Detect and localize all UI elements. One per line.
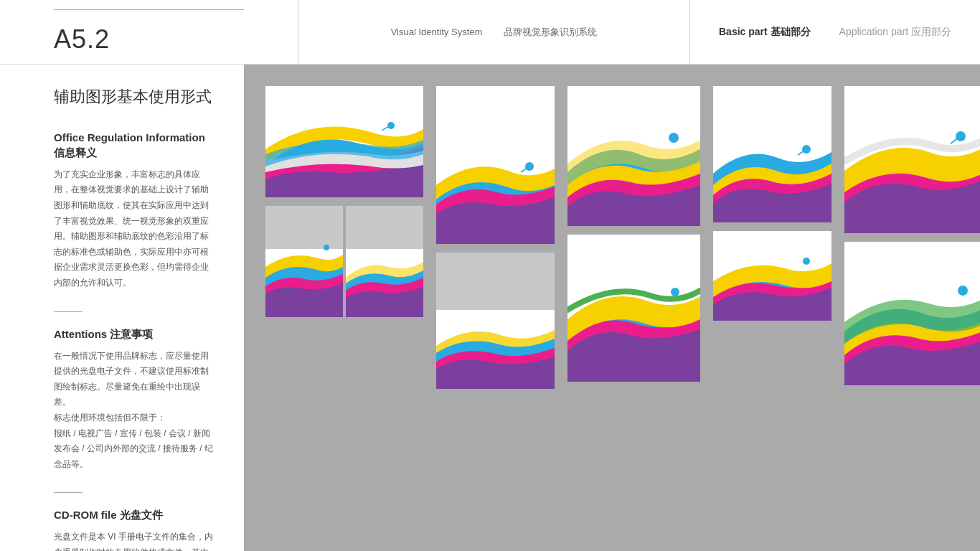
section-cdrom: CD-ROM file 光盘文件 光盘文件是本 VI 手册电子文件的集合，内含手… [54, 507, 215, 551]
col4 [713, 86, 831, 529]
card-4-top [713, 86, 831, 222]
top-divider [54, 9, 244, 10]
svg-rect-6 [346, 206, 423, 249]
content-area [244, 65, 980, 551]
svg-rect-3 [265, 206, 343, 249]
card-3-top [567, 86, 700, 226]
svg-rect-22 [930, 242, 980, 299]
section1-title: Office Regulation Information 信息释义 [54, 130, 215, 160]
sidebar: 辅助图形基本使用形式 Office Regulation Information… [0, 65, 244, 551]
svg-point-14 [671, 288, 679, 296]
svg-point-4 [324, 245, 329, 250]
divider1 [54, 311, 83, 312]
section-info: Office Regulation Information 信息释义 为了充实企… [54, 130, 215, 291]
nav-vi-subtitle: 品牌视觉形象识别系统 [504, 26, 597, 39]
divider2 [54, 492, 83, 493]
col2 [436, 86, 555, 529]
nav-app-label: Application part 应用部分 [839, 26, 951, 39]
svg-point-18 [803, 258, 810, 265]
col3 [567, 86, 700, 529]
card-1-landscape [265, 86, 423, 197]
section2-text: 在一般情况下使用品牌标志，应尽量使用提供的光盘电子文件，不建议使用标准制图绘制标… [54, 349, 215, 473]
section3-title: CD-ROM file 光盘文件 [54, 507, 215, 522]
nav-basic-label: Basic part 基础部分 [719, 26, 811, 39]
card-2-bottom [436, 253, 555, 389]
nav-vi-title: Visual Identity System [391, 27, 483, 37]
section3-text: 光盘文件是本 VI 手册电子文件的集合，内含手册制作时的专用软件格式文件，其中 … [54, 529, 215, 551]
svg-point-12 [669, 133, 679, 143]
header-right: Basic part 基础部分 Application part 应用部分 [690, 0, 980, 64]
card-3-bottom [567, 235, 700, 382]
page-number: A5.2 [54, 24, 110, 54]
card-5-bottom [844, 242, 980, 385]
card-5-top [844, 86, 980, 233]
svg-rect-10 [436, 253, 555, 310]
card-4-bottom [713, 231, 831, 321]
svg-point-23 [958, 286, 968, 296]
sidebar-title: 辅助图形基本使用形式 [54, 86, 215, 108]
section2-title: Attentions 注意事项 [54, 326, 215, 342]
col1-bottom [265, 206, 423, 317]
cards-grid [265, 86, 958, 529]
section-attention: Attentions 注意事项 在一般情况下使用品牌标志，应尽量使用提供的光盘电… [54, 326, 215, 473]
header: A5.2 Visual Identity System 品牌视觉形象识别系统 B… [0, 0, 980, 65]
col5 [844, 86, 980, 529]
header-nav: Visual Identity System 品牌视觉形象识别系统 [298, 0, 690, 64]
col1 [265, 86, 423, 529]
card-1b-left [265, 206, 343, 317]
section1-text: 为了充实企业形象，丰富标志的具体应用，在整体视觉要求的基础上设计了辅助图形和辅助… [54, 167, 215, 291]
card-2-top [436, 86, 555, 244]
main: 辅助图形基本使用形式 Office Regulation Information… [0, 65, 980, 551]
card-1b-right [346, 206, 423, 317]
header-left: A5.2 [54, 9, 298, 55]
